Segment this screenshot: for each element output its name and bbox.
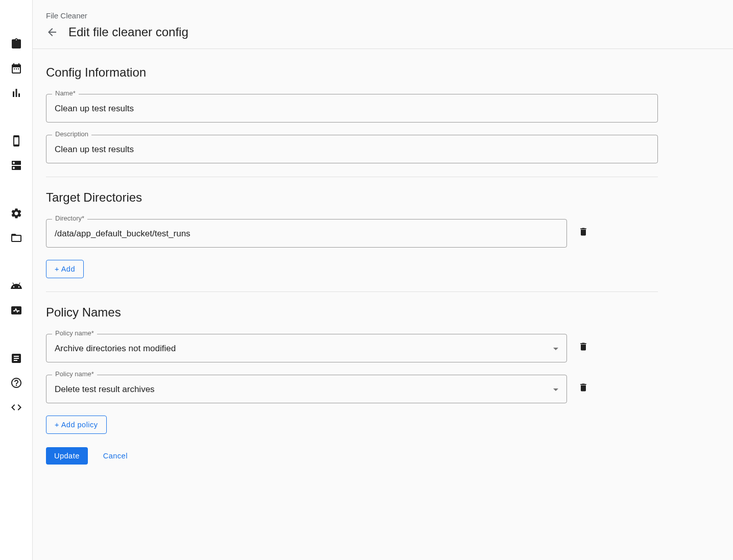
- section-title-config: Config Information: [46, 65, 658, 80]
- delete-policy-icon[interactable]: [578, 342, 588, 352]
- directory-field: Directory*: [46, 219, 567, 248]
- content: Config Information Name* Description: [33, 49, 671, 485]
- clipboard-icon[interactable]: [10, 38, 22, 50]
- name-input[interactable]: [55, 104, 649, 114]
- directory-input[interactable]: [55, 229, 558, 239]
- description-field: Description: [46, 135, 658, 163]
- header: File Cleaner Edit file cleaner config: [33, 0, 733, 49]
- nav-group-5: [10, 345, 22, 421]
- add-directory-button[interactable]: + Add: [46, 260, 84, 278]
- nav-group-2: [10, 128, 22, 179]
- phone-icon[interactable]: [10, 135, 22, 147]
- policy-select-value: Archive directories not modified: [55, 344, 549, 354]
- add-policy-button[interactable]: + Add policy: [46, 416, 107, 434]
- policy-field-0: Policy name* Archive directories not mod…: [46, 334, 567, 362]
- back-arrow-icon[interactable]: [46, 26, 58, 38]
- help-icon[interactable]: [10, 377, 22, 389]
- policy-label: Policy name*: [52, 329, 97, 337]
- divider: [46, 291, 658, 292]
- calendar-icon[interactable]: [10, 62, 22, 75]
- update-button[interactable]: Update: [46, 447, 88, 465]
- section-title-policies: Policy Names: [46, 305, 658, 320]
- name-label: Name*: [52, 89, 79, 97]
- nav-group-3: [10, 200, 22, 251]
- policy-field-1: Policy name* Delete test result archives: [46, 375, 567, 403]
- article-icon[interactable]: [10, 352, 22, 364]
- gear-icon[interactable]: [10, 207, 22, 220]
- directory-label: Directory*: [52, 214, 87, 222]
- breadcrumb: File Cleaner: [46, 11, 720, 20]
- section-title-dirs: Target Directories: [46, 190, 658, 205]
- nav-group-4: [10, 273, 22, 324]
- policy-label: Policy name*: [52, 370, 97, 378]
- heartbeat-icon[interactable]: [10, 304, 22, 316]
- bar-chart-icon[interactable]: [10, 87, 22, 99]
- nav-group-1: [10, 31, 22, 106]
- policy-select-0[interactable]: Archive directories not modified: [55, 344, 558, 354]
- action-row: Update Cancel: [46, 447, 658, 465]
- cancel-button[interactable]: Cancel: [95, 447, 136, 465]
- description-label: Description: [52, 130, 91, 138]
- delete-policy-icon[interactable]: [578, 382, 588, 393]
- folder-icon[interactable]: [10, 232, 22, 244]
- chevron-down-icon: [553, 388, 558, 391]
- policy-select-value: Delete test result archives: [55, 384, 549, 395]
- description-input[interactable]: [55, 144, 649, 155]
- name-field: Name*: [46, 94, 658, 123]
- main-panel: File Cleaner Edit file cleaner config Co…: [33, 0, 733, 560]
- page-title: Edit file cleaner config: [68, 25, 188, 39]
- delete-directory-icon[interactable]: [578, 227, 588, 237]
- code-icon[interactable]: [10, 401, 22, 413]
- sidebar: [0, 0, 33, 560]
- policy-select-1[interactable]: Delete test result archives: [55, 384, 558, 395]
- chevron-down-icon: [553, 348, 558, 350]
- divider: [46, 177, 658, 177]
- android-icon[interactable]: [10, 280, 22, 292]
- dns-icon[interactable]: [10, 159, 22, 172]
